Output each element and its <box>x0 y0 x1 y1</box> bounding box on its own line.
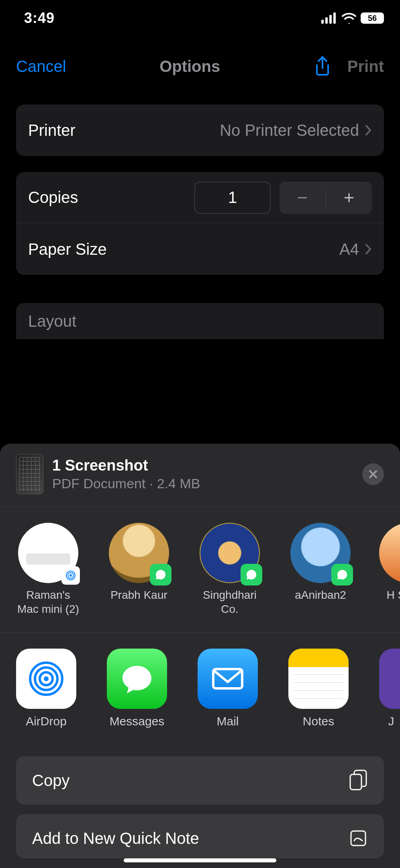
contact-label: Prabh Kaur <box>107 588 171 602</box>
layout-group: Layout <box>16 303 384 339</box>
whatsapp-badge-icon <box>331 564 353 585</box>
close-button[interactable] <box>362 463 384 485</box>
share-sheet: 1 Screenshot PDF Document · 2.4 MB <box>0 444 400 868</box>
status-time: 3:49 <box>24 10 55 27</box>
paper-size-value-text: A4 <box>339 240 359 258</box>
home-indicator[interactable] <box>124 858 276 862</box>
paper-size-value: A4 <box>339 240 372 258</box>
contact-avatar <box>200 523 260 583</box>
svg-point-4 <box>69 574 72 577</box>
contact-avatar <box>290 523 351 583</box>
apps-row[interactable]: AirDrop Messages Mail N <box>0 633 400 744</box>
actions-group-2: Add to New Quick Note <box>16 814 384 858</box>
app-item-notes[interactable]: Notes <box>288 649 349 728</box>
airdrop-badge-icon <box>61 566 80 585</box>
contact-label: H Si <box>379 588 400 602</box>
copy-action[interactable]: Copy <box>16 756 384 805</box>
svg-point-7 <box>44 676 49 681</box>
sheet-header: 1 Screenshot PDF Document · 2.4 MB <box>0 454 400 506</box>
sheet-title-block: 1 Screenshot PDF Document · 2.4 MB <box>52 457 353 491</box>
document-thumbnail <box>16 454 43 494</box>
copy-icon <box>349 770 368 791</box>
action-label: Copy <box>32 772 69 790</box>
stepper-plus-button[interactable] <box>326 192 372 204</box>
printer-value: No Printer Selected <box>220 121 372 139</box>
notes-app-icon <box>288 649 349 709</box>
cancel-button[interactable]: Cancel <box>16 57 66 76</box>
contact-item[interactable]: Singhdhari Co. <box>198 523 262 616</box>
layout-label: Layout <box>28 312 76 330</box>
svg-rect-0 <box>321 20 324 24</box>
print-button[interactable]: Print <box>347 57 384 76</box>
page-title: Options <box>159 57 220 76</box>
app-label: Messages <box>107 714 167 728</box>
copies-input[interactable]: 1 <box>194 182 271 214</box>
contact-item[interactable]: H Si <box>379 523 400 616</box>
mail-app-icon <box>198 649 258 709</box>
svg-rect-11 <box>213 669 242 688</box>
quick-note-icon <box>349 829 368 848</box>
app-item-messages[interactable]: Messages <box>107 649 167 728</box>
status-right: 56 <box>321 12 384 24</box>
battery-level: 56 <box>368 14 377 23</box>
contact-avatar <box>379 523 400 583</box>
contact-item[interactable]: Prabh Kaur <box>107 523 171 616</box>
app-item-mail[interactable]: Mail <box>198 649 258 728</box>
layout-row[interactable]: Layout <box>16 303 384 339</box>
copies-row: Copies 1 <box>16 172 384 223</box>
whatsapp-badge-icon <box>241 564 262 585</box>
status-bar: 3:49 56 <box>0 0 400 36</box>
app-icon-partial <box>379 649 400 709</box>
copies-label: Copies <box>28 188 78 207</box>
whatsapp-badge-icon <box>150 564 171 585</box>
close-icon <box>368 469 378 479</box>
sheet-document-subtitle: PDF Document · 2.4 MB <box>52 476 353 491</box>
app-item-partial[interactable]: J <box>379 649 400 728</box>
printer-group: Printer No Printer Selected <box>16 104 384 156</box>
contact-avatar <box>109 523 169 583</box>
airdrop-app-icon <box>16 649 76 709</box>
action-label: Add to New Quick Note <box>32 829 199 848</box>
sheet-document-title: 1 Screenshot <box>52 457 353 474</box>
svg-rect-3 <box>333 12 336 24</box>
printer-value-text: No Printer Selected <box>220 121 359 139</box>
contact-avatar <box>18 523 78 583</box>
chevron-right-icon <box>365 124 372 136</box>
svg-rect-1 <box>325 17 328 24</box>
contact-item[interactable]: aAnirban2 <box>288 523 353 616</box>
chevron-right-icon <box>365 243 372 255</box>
paper-size-row[interactable]: Paper Size A4 <box>16 223 384 275</box>
contact-label: Raman's Mac mini (2) <box>16 588 80 616</box>
svg-rect-2 <box>329 15 332 24</box>
app-label: Mail <box>198 714 258 728</box>
printer-row[interactable]: Printer No Printer Selected <box>16 104 384 156</box>
copies-stepper <box>280 182 372 214</box>
actions-group-1: Copy <box>16 756 384 805</box>
printer-label: Printer <box>28 121 76 139</box>
wifi-icon <box>341 12 357 24</box>
stepper-minus-button[interactable] <box>280 192 326 204</box>
contact-label: Singhdhari Co. <box>198 588 262 616</box>
battery-indicator: 56 <box>361 12 384 24</box>
app-label: J <box>379 714 400 728</box>
contact-label: aAnirban2 <box>288 588 353 602</box>
contact-item-airdrop[interactable]: Raman's Mac mini (2) <box>16 523 80 616</box>
messages-app-icon <box>107 649 167 709</box>
nav-bar: Cancel Options Print <box>0 44 400 88</box>
paper-size-label: Paper Size <box>28 240 107 258</box>
app-item-airdrop[interactable]: AirDrop <box>16 649 76 728</box>
copies-controls: 1 <box>194 182 372 214</box>
share-icon[interactable] <box>314 55 331 77</box>
cellular-icon <box>321 12 337 24</box>
nav-right: Print <box>314 55 384 77</box>
copies-paper-group: Copies 1 Paper Size A4 <box>16 172 384 275</box>
app-label: AirDrop <box>16 714 76 728</box>
app-label: Notes <box>288 714 349 728</box>
svg-rect-12 <box>350 774 361 790</box>
quick-note-action[interactable]: Add to New Quick Note <box>16 814 384 858</box>
contacts-row[interactable]: Raman's Mac mini (2) Prabh Kaur Singhdha… <box>0 507 400 632</box>
